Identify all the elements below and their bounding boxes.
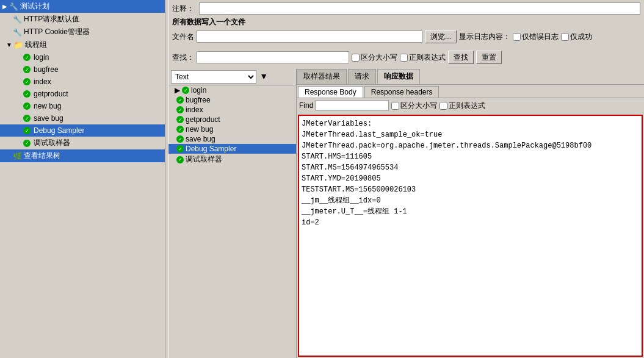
comment-label: 注释： [172,4,197,14]
wrench-icon: 🔧 [9,2,18,12]
file-label: 文件名 [172,32,194,42]
sidebar-item-label: new bug [34,102,61,110]
tree-node-label: bugfree [186,96,211,104]
display-log-label: 显示日志内容： [459,32,510,42]
bottom-split: Text HTML JSON XML Binary ▼ ▶ ✓ login [168,69,644,358]
expand-icon[interactable]: ▶ [2,3,7,10]
green-check-icon: ✓ [22,138,32,148]
case-sensitive-label: 区分大小写 [361,52,397,63]
sidebar-item-label: index [34,77,51,86]
search-label: 查找： [172,52,194,63]
inner-tab-response-headers[interactable]: Response headers [364,86,440,98]
wrench-icon: 🔧 [12,15,22,24]
tree-node-index[interactable]: ✓ index [168,105,296,115]
case-sensitive-checkbox[interactable] [352,54,360,62]
sidebar-item-debug-sampler[interactable]: ✓ Debug Sampler [0,124,165,137]
expand-icon: ▶ [175,86,180,95]
success-log-checkbox[interactable] [561,33,569,41]
tree-node-label: login [191,86,206,95]
find-case-checkbox[interactable] [391,102,399,110]
tree-node-label: Debug Sampler [186,145,236,153]
success-log-checkbox-container[interactable]: 仅成功 [561,32,592,42]
tree-node-label: save bug [186,135,215,143]
sidebar-item-new-bug[interactable]: ✓ new bug [0,100,165,112]
sidebar-item-label: 测试计划 [20,1,49,12]
sidebar-item-save-bug[interactable]: ✓ save bug [0,112,165,124]
regex-container[interactable]: 正则表达式 [400,52,446,63]
sidebar-item-http-default[interactable]: 🔧 HTTP请求默认值 [0,13,165,26]
sidebar-item-调试取样器[interactable]: ✓ 调试取样器 [0,137,165,149]
sidebar-item-label: HTTP请求默认值 [24,14,79,24]
sidebar-item-label: Debug Sampler [34,126,84,135]
folder-icon: 📁 [13,40,23,50]
regex-checkbox[interactable] [400,54,408,62]
tab-response-data[interactable]: 响应数据 [377,69,420,84]
tab-sampler-result[interactable]: 取样器结果 [297,69,347,84]
main-layout: ▶ 🔧 测试计划 🔧 HTTP请求默认值 🔧 HTTP Cookie管理器 ▼ … [0,0,644,358]
dropdown-arrow-icon: ▼ [259,71,268,81]
tree-node-调试取样器[interactable]: ✓ 调试取样器 [168,154,296,165]
regex-label: 正则表达式 [409,52,446,63]
green-check-icon: ✓ [176,96,184,104]
response-content: JMeterVariables: JMeterThread.last_sampl… [298,115,643,357]
browse-button[interactable]: 浏览... [425,30,457,43]
file-row: 文件名 浏览... 显示日志内容： 仅错误日志 仅成功 [172,30,640,43]
tree-node-login[interactable]: ▶ ✓ login [168,85,296,95]
sidebar-item-查看结果树[interactable]: 🌿 查看结果树 [0,149,165,162]
sidebar-item-http-cookie[interactable]: 🔧 HTTP Cookie管理器 [0,26,165,38]
file-input[interactable] [197,30,422,43]
reset-button[interactable]: 重置 [476,51,502,64]
tree-node-label: new bug [186,125,213,134]
find-regex-container[interactable]: 正则表达式 [440,101,485,111]
tree-node-debug-sampler[interactable]: ✓ Debug Sampler [168,144,296,154]
search-input[interactable] [197,51,349,63]
sidebar-item-label: 查看结果树 [24,151,60,161]
sidebar-item-getproduct[interactable]: ✓ getproduct [0,88,165,100]
find-input[interactable] [316,100,389,111]
main-tabs-bar: 取样器结果 请求 响应数据 [297,69,644,85]
sidebar-item-label: getproduct [34,90,68,98]
find-label: Find [299,101,313,110]
green-check-icon: ✓ [176,106,184,113]
green-check-icon: ✓ [176,116,184,123]
green-check-icon: ✓ [176,135,184,143]
expand-icon[interactable]: ▼ [6,41,12,48]
find-regex-checkbox[interactable] [440,102,447,110]
green-check-icon: ✓ [22,65,32,74]
find-case-container[interactable]: 区分大小写 [391,101,437,111]
green-check-icon: ✓ [176,145,184,152]
leaf-icon: 🌿 [12,151,22,161]
left-tree: ▶ 🔧 测试计划 🔧 HTTP请求默认值 🔧 HTTP Cookie管理器 ▼ … [0,0,165,358]
green-check-icon: ✓ [22,126,32,135]
tree-node-bugfree[interactable]: ✓ bugfree [168,95,296,105]
green-check-icon: ✓ [22,52,32,62]
top-form-area: 注释： 所有数据写入一个文件 文件名 浏览... 显示日志内容： 仅错误日志 仅… [168,0,644,69]
tree-node-save-bug[interactable]: ✓ save bug [168,134,296,144]
display-type-dropdown[interactable]: Text HTML JSON XML Binary [171,70,256,84]
tree-node-label: getproduct [186,115,220,124]
sidebar-item-bugfree[interactable]: ✓ bugfree [0,63,165,76]
sidebar-item-测试计划[interactable]: ▶ 🔧 测试计划 [0,0,165,13]
sidebar-item-线程组[interactable]: ▼ 📁 线程组 [0,38,165,51]
inner-tab-response-body[interactable]: Response Body [298,86,363,98]
error-log-checkbox[interactable] [513,33,521,41]
tab-request[interactable]: 请求 [348,69,376,84]
section-title: 所有数据写入一个文件 [172,17,640,27]
sidebar-item-index[interactable]: ✓ index [0,76,165,88]
find-button[interactable]: 查找 [448,51,474,64]
tree-node-label: 调试取样器 [186,154,222,165]
find-case-label: 区分大小写 [400,101,437,111]
tree-node-new-bug[interactable]: ✓ new bug [168,124,296,134]
case-sensitive-container[interactable]: 区分大小写 [352,52,397,63]
green-check-icon: ✓ [22,101,32,111]
green-check-icon: ✓ [22,89,32,99]
sidebar-item-login[interactable]: ✓ login [0,51,165,63]
tree-node-getproduct[interactable]: ✓ getproduct [168,115,296,124]
green-check-icon: ✓ [22,113,32,123]
comment-row: 注释： [172,2,640,15]
error-log-checkbox-container[interactable]: 仅错误日志 [513,32,559,42]
comment-input[interactable] [199,2,640,15]
sidebar-item-label: bugfree [34,65,59,74]
green-check-icon: ✓ [176,156,184,163]
wrench-icon: 🔧 [12,27,22,37]
